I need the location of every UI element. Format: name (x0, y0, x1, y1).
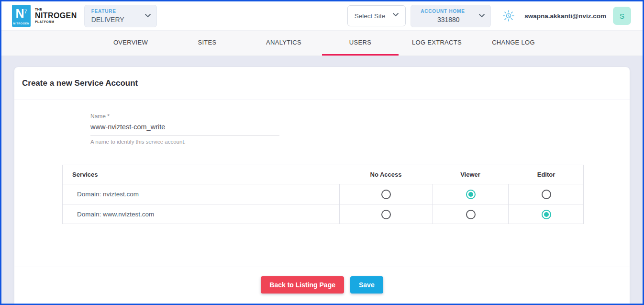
radio-viewer-row-0[interactable] (466, 190, 476, 199)
name-field-helper: A name to identify this service account. (90, 139, 630, 145)
chevron-down-icon (479, 11, 485, 20)
page-title: Create a new Service Account (14, 67, 630, 100)
name-field-label: Name * (90, 113, 630, 120)
service-account-card: Create a new Service Account Name * A na… (14, 67, 630, 304)
account-home-dropdown[interactable]: ACCOUNT HOME 331880 (411, 5, 491, 27)
tab-users[interactable]: USERS (322, 31, 399, 56)
name-input[interactable] (90, 120, 279, 136)
brand-the: THE (35, 8, 77, 11)
chevron-down-icon (393, 11, 399, 18)
radio-no-access-row-0[interactable] (381, 190, 391, 199)
radio-editor-row-0[interactable] (542, 190, 551, 199)
app-window: N7 NITROGEN THE NITROGEN PLATFORM FEATUR… (0, 0, 644, 305)
services-access-table: Services No Access Viewer Editor Domain:… (62, 165, 584, 224)
feature-dropdown-label: FEATURE (91, 9, 140, 14)
select-site-dropdown[interactable]: Select Site (347, 5, 406, 26)
user-email: swapna.akkanti@nviz.com (524, 12, 606, 20)
brand-platform: PLATFORM (35, 21, 77, 24)
table-row: Domain: www.nviztest.com (63, 204, 583, 224)
page-body: Create a new Service Account Name * A na… (1, 56, 643, 304)
account-home-value: 331880 (421, 16, 483, 23)
tab-change-log[interactable]: CHANGE LOG (475, 31, 552, 56)
save-button[interactable]: Save (350, 276, 383, 294)
tab-overview[interactable]: OVERVIEW (92, 31, 169, 56)
chevron-down-icon (145, 11, 151, 20)
back-to-listing-button[interactable]: Back to Listing Page (261, 276, 344, 294)
feature-dropdown[interactable]: FEATURE DELIVERY (84, 5, 157, 27)
radio-editor-row-1[interactable] (542, 210, 551, 219)
main-nav: OVERVIEW SITES ANALYTICS USERS LOG EXTRA… (1, 30, 643, 56)
feature-dropdown-value: DELIVERY (91, 16, 140, 23)
name-field-section: Name * A name to identify this service a… (14, 100, 630, 165)
radio-viewer-row-1[interactable] (466, 210, 476, 219)
radio-no-access-row-1[interactable] (381, 210, 391, 219)
service-name: Domain: www.nviztest.com (63, 211, 339, 218)
settings-gear-icon[interactable] (502, 10, 515, 22)
header: N7 NITROGEN THE NITROGEN PLATFORM FEATUR… (1, 1, 643, 30)
nitrogen-logo[interactable]: N7 NITROGEN (12, 5, 31, 27)
table-row: Domain: nviztest.com (63, 184, 583, 204)
card-footer: Back to Listing Page Save (14, 267, 630, 304)
tab-analytics[interactable]: ANALYTICS (245, 31, 322, 56)
brand-wordmark: THE NITROGEN PLATFORM (35, 8, 77, 24)
column-header-no-access: No Access (339, 171, 433, 178)
logo-caption: NITROGEN (12, 22, 31, 25)
table-header-row: Services No Access Viewer Editor (63, 165, 583, 184)
brand-nitrogen: NITROGEN (35, 12, 77, 20)
user-avatar[interactable]: S (613, 7, 631, 25)
column-header-editor: Editor (508, 171, 584, 178)
account-home-label: ACCOUNT HOME (421, 9, 483, 14)
tab-sites[interactable]: SITES (169, 31, 245, 56)
column-header-viewer: Viewer (433, 171, 508, 178)
column-header-services: Services (63, 171, 339, 178)
select-site-label: Select Site (355, 12, 386, 20)
tab-log-extracts[interactable]: LOG EXTRACTS (399, 31, 475, 56)
service-name: Domain: nviztest.com (63, 191, 339, 198)
